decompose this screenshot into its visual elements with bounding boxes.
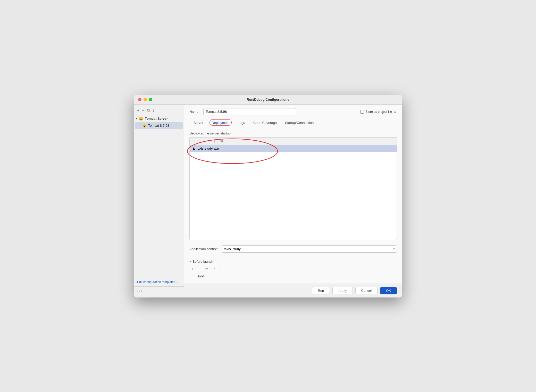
titlebar: Run/Debug Configurations: [134, 95, 402, 105]
help-button[interactable]: ?: [137, 289, 142, 293]
launch-remove-button[interactable]: −: [197, 266, 202, 271]
tomcat-item-icon: 🐱: [142, 124, 147, 128]
before-launch-label: Before launch: [192, 260, 213, 263]
artifact-label: axis-study:war: [198, 147, 219, 150]
artifact-container: + − ↑ ↓ ✏ ♟ axis-study:: [189, 137, 397, 240]
artifact-list: ♟ axis-study:war: [189, 145, 397, 240]
sidebar: + − ⧉ ↕ ▾ 🐱 Tomcat Server 🐱 Tomcat 8.5.9…: [134, 105, 184, 297]
sidebar-item-tomcat[interactable]: 🐱 Tomcat 8.5.98: [135, 122, 183, 129]
sidebar-section-tomcat[interactable]: ▾ 🐱 Tomcat Server: [134, 115, 184, 122]
sidebar-section-label: Tomcat Server: [145, 117, 168, 121]
artifact-edit-button[interactable]: ✏: [219, 139, 225, 144]
tab-coverage[interactable]: Code Coverage: [249, 118, 281, 127]
remove-config-icon[interactable]: −: [142, 108, 144, 113]
minimize-button[interactable]: [144, 98, 147, 101]
cancel-button[interactable]: Cancel: [355, 287, 378, 294]
store-as-project: Store as project file ⚙: [360, 110, 397, 114]
artifact-icon: ♟: [192, 147, 196, 151]
edit-templates-link[interactable]: Edit configuration templates...: [134, 278, 184, 286]
artifact-up-button[interactable]: ↑: [206, 139, 210, 144]
app-context-row: Application context: /axis_study ▾: [189, 242, 397, 256]
dialog-footer: Run Apply Cancel OK: [184, 284, 402, 297]
close-button[interactable]: [138, 98, 141, 101]
artifact-add-button[interactable]: +: [192, 139, 196, 144]
app-context-select-wrapper: /axis_study ▾: [222, 245, 397, 253]
artifact-down-button[interactable]: ↓: [213, 139, 217, 144]
traffic-lights: [138, 98, 152, 101]
deployment-panel: Deploy at the server startup + − ↑ ↓ ✏: [184, 127, 402, 284]
dialog-title: Run/Debug Configurations: [247, 98, 289, 101]
tab-bar: Server Deployment Logs Code Coverage Sta…: [184, 118, 402, 127]
launch-down-button[interactable]: ↓: [219, 266, 223, 271]
sort-config-icon[interactable]: ↕: [153, 108, 155, 113]
before-launch-chevron-icon: ▾: [189, 260, 191, 263]
artifact-toolbar: + − ↑ ↓ ✏: [189, 137, 397, 145]
tab-deployment[interactable]: Deployment: [207, 118, 233, 127]
run-debug-dialog: Run/Debug Configurations + − ⧉ ↕ ▾ 🐱 Tom…: [134, 95, 402, 297]
maximize-button[interactable]: [149, 98, 152, 101]
launch-item-build: ⊤ Build: [189, 273, 397, 279]
tomcat-item-label: Tomcat 8.5.98: [148, 124, 169, 127]
apply-button[interactable]: Apply: [332, 287, 353, 294]
before-launch-header[interactable]: ▾ Before launch: [189, 260, 397, 263]
tab-server[interactable]: Server: [189, 118, 207, 127]
build-icon: ⊤: [191, 274, 195, 278]
artifact-remove-button[interactable]: −: [199, 139, 203, 144]
sidebar-bottom: ?: [134, 286, 184, 295]
before-launch-section: ▾ Before launch + − ✏ ↑ ↓ ⊤ Build: [189, 257, 397, 279]
build-label: Build: [197, 274, 204, 278]
name-input[interactable]: [203, 108, 296, 115]
run-button[interactable]: Run: [312, 287, 330, 294]
section-chevron-icon: ▾: [136, 117, 137, 120]
name-label: Name:: [189, 110, 199, 114]
launch-edit-button[interactable]: ✏: [204, 266, 210, 272]
launch-up-button[interactable]: ↑: [212, 266, 216, 271]
main-layout: + − ⧉ ↕ ▾ 🐱 Tomcat Server 🐱 Tomcat 8.5.9…: [134, 105, 402, 297]
artifact-row[interactable]: ♟ axis-study:war: [190, 145, 397, 152]
deploy-section-title: Deploy at the server startup: [189, 131, 397, 135]
add-config-icon[interactable]: +: [137, 108, 139, 113]
launch-toolbar: + − ✏ ↑ ↓: [189, 266, 397, 273]
content-area: Name: Store as project file ⚙ Server Dep…: [184, 105, 402, 297]
app-context-select[interactable]: /axis_study: [222, 245, 397, 253]
store-gear-icon[interactable]: ⚙: [393, 110, 397, 114]
tomcat-server-icon: 🐱: [139, 116, 144, 121]
store-label: Store as project file: [365, 110, 392, 114]
ok-button[interactable]: OK: [380, 287, 397, 294]
copy-config-icon[interactable]: ⧉: [147, 108, 150, 113]
tab-startup[interactable]: Startup/Connection: [281, 118, 318, 127]
app-context-label: Application context:: [189, 247, 219, 251]
launch-add-button[interactable]: +: [190, 266, 195, 271]
store-checkbox[interactable]: [360, 110, 364, 114]
sidebar-toolbar: + − ⧉ ↕: [134, 107, 184, 115]
tab-logs[interactable]: Logs: [234, 118, 249, 127]
config-header: Name: Store as project file ⚙: [184, 105, 402, 118]
